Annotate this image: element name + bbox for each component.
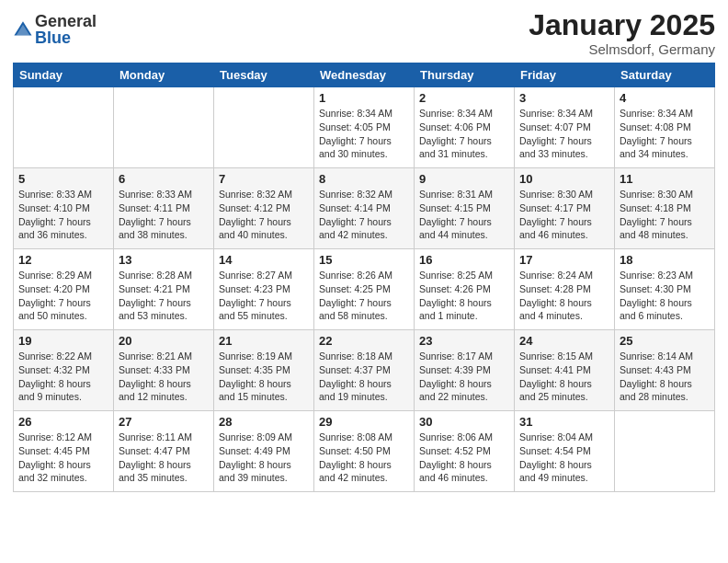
day-number: 14: [219, 253, 309, 267]
day-info: Sunrise: 8:34 AMSunset: 4:08 PMDaylight:…: [620, 107, 710, 161]
day-info: Sunrise: 8:15 AMSunset: 4:41 PMDaylight:…: [519, 350, 609, 404]
calendar-cell: 13Sunrise: 8:28 AMSunset: 4:21 PMDayligh…: [114, 249, 214, 330]
day-number: 1: [319, 91, 409, 105]
day-info: Sunrise: 8:34 AMSunset: 4:05 PMDaylight:…: [319, 107, 409, 161]
day-info: Sunrise: 8:34 AMSunset: 4:06 PMDaylight:…: [419, 107, 509, 161]
calendar-week-row-2: 12Sunrise: 8:29 AMSunset: 4:20 PMDayligh…: [14, 249, 715, 330]
calendar-cell: 22Sunrise: 8:18 AMSunset: 4:37 PMDayligh…: [314, 330, 415, 411]
calendar-cell: 11Sunrise: 8:30 AMSunset: 4:18 PMDayligh…: [615, 168, 715, 249]
day-number: 29: [319, 415, 409, 429]
day-number: 9: [419, 172, 509, 186]
col-wednesday: Wednesday: [314, 63, 415, 87]
calendar-cell: 9Sunrise: 8:31 AMSunset: 4:15 PMDaylight…: [415, 168, 515, 249]
logo: General Blue: [13, 13, 97, 46]
calendar-cell: [214, 87, 314, 168]
day-number: 25: [620, 334, 710, 348]
logo-general: General: [35, 13, 97, 29]
day-number: 27: [119, 415, 209, 429]
calendar-cell: 14Sunrise: 8:27 AMSunset: 4:23 PMDayligh…: [214, 249, 314, 330]
day-number: 17: [519, 253, 609, 267]
calendar-cell: 20Sunrise: 8:21 AMSunset: 4:33 PMDayligh…: [114, 330, 214, 411]
day-number: 12: [18, 253, 108, 267]
col-tuesday: Tuesday: [214, 63, 314, 87]
day-info: Sunrise: 8:06 AMSunset: 4:52 PMDaylight:…: [419, 431, 509, 485]
day-info: Sunrise: 8:32 AMSunset: 4:14 PMDaylight:…: [319, 188, 409, 242]
day-number: 5: [18, 172, 108, 186]
col-sunday: Sunday: [14, 63, 114, 87]
day-number: 20: [119, 334, 209, 348]
calendar-week-row-1: 5Sunrise: 8:33 AMSunset: 4:10 PMDaylight…: [14, 168, 715, 249]
logo-text: General Blue: [35, 13, 97, 46]
calendar-cell: 24Sunrise: 8:15 AMSunset: 4:41 PMDayligh…: [515, 330, 615, 411]
calendar-cell: 23Sunrise: 8:17 AMSunset: 4:39 PMDayligh…: [415, 330, 515, 411]
day-info: Sunrise: 8:34 AMSunset: 4:07 PMDaylight:…: [519, 107, 609, 161]
day-info: Sunrise: 8:18 AMSunset: 4:37 PMDaylight:…: [319, 350, 409, 404]
day-info: Sunrise: 8:32 AMSunset: 4:12 PMDaylight:…: [219, 188, 309, 242]
day-number: 2: [419, 91, 509, 105]
calendar-header-row: Sunday Monday Tuesday Wednesday Thursday…: [14, 63, 715, 87]
day-number: 16: [419, 253, 509, 267]
calendar-cell: 6Sunrise: 8:33 AMSunset: 4:11 PMDaylight…: [114, 168, 214, 249]
col-friday: Friday: [515, 63, 615, 87]
calendar-week-row-0: 1Sunrise: 8:34 AMSunset: 4:05 PMDaylight…: [14, 87, 715, 168]
day-info: Sunrise: 8:12 AMSunset: 4:45 PMDaylight:…: [18, 431, 108, 485]
day-info: Sunrise: 8:29 AMSunset: 4:20 PMDaylight:…: [18, 269, 108, 323]
day-info: Sunrise: 8:04 AMSunset: 4:54 PMDaylight:…: [519, 431, 609, 485]
calendar-cell: [114, 87, 214, 168]
calendar-cell: [615, 411, 715, 492]
calendar-cell: 17Sunrise: 8:24 AMSunset: 4:28 PMDayligh…: [515, 249, 615, 330]
calendar-cell: 4Sunrise: 8:34 AMSunset: 4:08 PMDaylight…: [615, 87, 715, 168]
day-number: 7: [219, 172, 309, 186]
calendar-cell: 2Sunrise: 8:34 AMSunset: 4:06 PMDaylight…: [415, 87, 515, 168]
day-info: Sunrise: 8:31 AMSunset: 4:15 PMDaylight:…: [419, 188, 509, 242]
calendar-week-row-4: 26Sunrise: 8:12 AMSunset: 4:45 PMDayligh…: [14, 411, 715, 492]
calendar-cell: 19Sunrise: 8:22 AMSunset: 4:32 PMDayligh…: [14, 330, 114, 411]
calendar-cell: [14, 87, 114, 168]
day-number: 23: [419, 334, 509, 348]
day-number: 8: [319, 172, 409, 186]
day-info: Sunrise: 8:24 AMSunset: 4:28 PMDaylight:…: [519, 269, 609, 323]
logo-icon: [13, 19, 33, 40]
calendar-cell: 31Sunrise: 8:04 AMSunset: 4:54 PMDayligh…: [515, 411, 615, 492]
calendar-cell: 30Sunrise: 8:06 AMSunset: 4:52 PMDayligh…: [415, 411, 515, 492]
day-info: Sunrise: 8:30 AMSunset: 4:17 PMDaylight:…: [519, 188, 609, 242]
day-number: 3: [519, 91, 609, 105]
calendar-week-row-3: 19Sunrise: 8:22 AMSunset: 4:32 PMDayligh…: [14, 330, 715, 411]
day-number: 4: [620, 91, 710, 105]
day-info: Sunrise: 8:26 AMSunset: 4:25 PMDaylight:…: [319, 269, 409, 323]
day-number: 10: [519, 172, 609, 186]
day-number: 31: [519, 415, 609, 429]
day-number: 18: [620, 253, 710, 267]
day-info: Sunrise: 8:28 AMSunset: 4:21 PMDaylight:…: [119, 269, 209, 323]
day-number: 6: [119, 172, 209, 186]
day-info: Sunrise: 8:08 AMSunset: 4:50 PMDaylight:…: [319, 431, 409, 485]
day-info: Sunrise: 8:23 AMSunset: 4:30 PMDaylight:…: [620, 269, 710, 323]
day-number: 11: [620, 172, 710, 186]
month-title: January 2025: [529, 9, 715, 41]
day-info: Sunrise: 8:14 AMSunset: 4:43 PMDaylight:…: [620, 350, 710, 404]
day-info: Sunrise: 8:33 AMSunset: 4:10 PMDaylight:…: [18, 188, 108, 242]
calendar-cell: 7Sunrise: 8:32 AMSunset: 4:12 PMDaylight…: [214, 168, 314, 249]
day-number: 28: [219, 415, 309, 429]
day-info: Sunrise: 8:30 AMSunset: 4:18 PMDaylight:…: [620, 188, 710, 242]
day-number: 15: [319, 253, 409, 267]
day-number: 30: [419, 415, 509, 429]
location: Selmsdorf, Germany: [529, 41, 715, 57]
day-number: 26: [18, 415, 108, 429]
col-thursday: Thursday: [415, 63, 515, 87]
day-info: Sunrise: 8:21 AMSunset: 4:33 PMDaylight:…: [119, 350, 209, 404]
calendar-cell: 10Sunrise: 8:30 AMSunset: 4:17 PMDayligh…: [515, 168, 615, 249]
day-info: Sunrise: 8:27 AMSunset: 4:23 PMDaylight:…: [219, 269, 309, 323]
calendar-cell: 18Sunrise: 8:23 AMSunset: 4:30 PMDayligh…: [615, 249, 715, 330]
day-number: 13: [119, 253, 209, 267]
calendar-cell: 1Sunrise: 8:34 AMSunset: 4:05 PMDaylight…: [314, 87, 415, 168]
calendar-cell: 29Sunrise: 8:08 AMSunset: 4:50 PMDayligh…: [314, 411, 415, 492]
calendar-cell: 16Sunrise: 8:25 AMSunset: 4:26 PMDayligh…: [415, 249, 515, 330]
day-number: 24: [519, 334, 609, 348]
calendar-cell: 3Sunrise: 8:34 AMSunset: 4:07 PMDaylight…: [515, 87, 615, 168]
calendar-cell: 5Sunrise: 8:33 AMSunset: 4:10 PMDaylight…: [14, 168, 114, 249]
day-number: 19: [18, 334, 108, 348]
page: General Blue January 2025 Selmsdorf, Ger…: [0, 0, 728, 563]
calendar-cell: 26Sunrise: 8:12 AMSunset: 4:45 PMDayligh…: [14, 411, 114, 492]
calendar-cell: 27Sunrise: 8:11 AMSunset: 4:47 PMDayligh…: [114, 411, 214, 492]
